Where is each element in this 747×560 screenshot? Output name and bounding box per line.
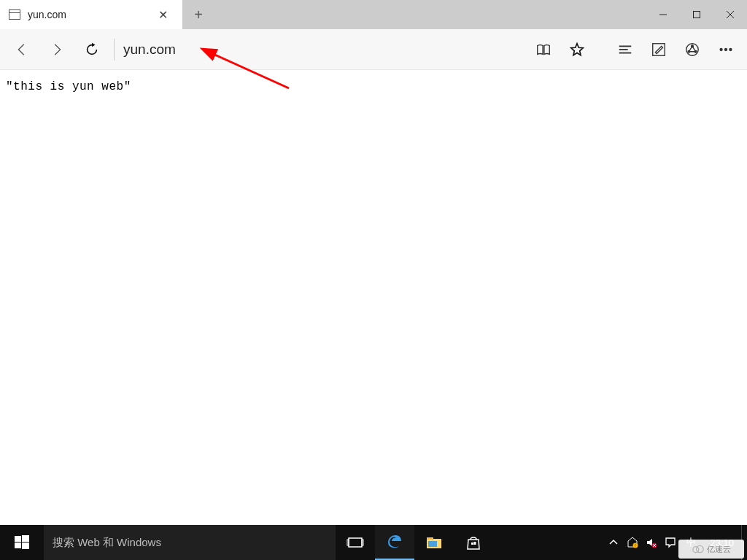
- more-button[interactable]: [709, 29, 743, 70]
- svg-rect-27: [474, 542, 476, 545]
- svg-rect-17: [22, 535, 29, 542]
- svg-rect-22: [362, 540, 363, 545]
- svg-text:!: !: [635, 543, 636, 548]
- svg-rect-25: [428, 541, 437, 547]
- svg-rect-1: [694, 12, 700, 18]
- security-icon[interactable]: !: [627, 537, 638, 548]
- svg-rect-18: [15, 542, 21, 548]
- taskbar-app-store[interactable]: [454, 525, 493, 560]
- page-body-text: "this is yun web": [6, 80, 131, 93]
- svg-rect-24: [427, 537, 433, 540]
- action-center-icon[interactable]: [665, 537, 676, 548]
- page-icon: [9, 9, 20, 20]
- task-view-button[interactable]: [336, 525, 375, 560]
- taskbar: 搜索 Web 和 Windows ! 中 23:10: [0, 525, 747, 560]
- toolbar-right: [527, 29, 743, 70]
- close-window-button[interactable]: [713, 0, 747, 29]
- svg-rect-21: [347, 540, 349, 545]
- refresh-button[interactable]: [74, 29, 109, 70]
- reading-view-button[interactable]: [527, 29, 560, 70]
- minimize-button[interactable]: [646, 0, 680, 29]
- share-button[interactable]: [676, 29, 709, 70]
- svg-point-14: [729, 48, 732, 50]
- svg-rect-16: [15, 536, 21, 542]
- browser-toolbar: [0, 29, 747, 70]
- web-note-button[interactable]: [642, 29, 676, 70]
- new-tab-button[interactable]: +: [182, 0, 214, 29]
- svg-rect-19: [22, 542, 29, 549]
- svg-rect-20: [349, 538, 362, 547]
- svg-point-34: [696, 545, 703, 553]
- browser-tab[interactable]: yun.com ✕: [0, 0, 182, 29]
- titlebar-drag-area[interactable]: [214, 0, 646, 29]
- volume-icon[interactable]: [646, 537, 657, 548]
- tab-title: yun.com: [28, 9, 152, 20]
- forward-button[interactable]: [39, 29, 74, 70]
- browser-titlebar: yun.com ✕ +: [0, 0, 747, 29]
- watermark-badge: 亿速云: [678, 540, 744, 559]
- back-button[interactable]: [4, 29, 39, 70]
- window-controls: [646, 0, 747, 29]
- watermark-text: 亿速云: [707, 544, 731, 555]
- close-tab-button[interactable]: ✕: [152, 8, 174, 22]
- taskbar-app-explorer[interactable]: [414, 525, 454, 560]
- taskbar-search[interactable]: 搜索 Web 和 Windows: [44, 525, 336, 560]
- favorites-button[interactable]: [560, 29, 594, 70]
- page-content: "this is yun web": [0, 70, 747, 104]
- maximize-button[interactable]: [680, 0, 713, 29]
- svg-rect-26: [471, 542, 473, 545]
- hub-button[interactable]: [608, 29, 642, 70]
- address-input[interactable]: [119, 42, 527, 58]
- start-button[interactable]: [0, 525, 44, 560]
- search-placeholder: 搜索 Web 和 Windows: [53, 536, 161, 550]
- svg-point-13: [725, 48, 727, 50]
- tray-overflow-button[interactable]: [608, 537, 619, 548]
- toolbar-separator: [114, 39, 115, 61]
- svg-point-12: [720, 48, 722, 50]
- taskbar-app-edge[interactable]: [375, 525, 414, 560]
